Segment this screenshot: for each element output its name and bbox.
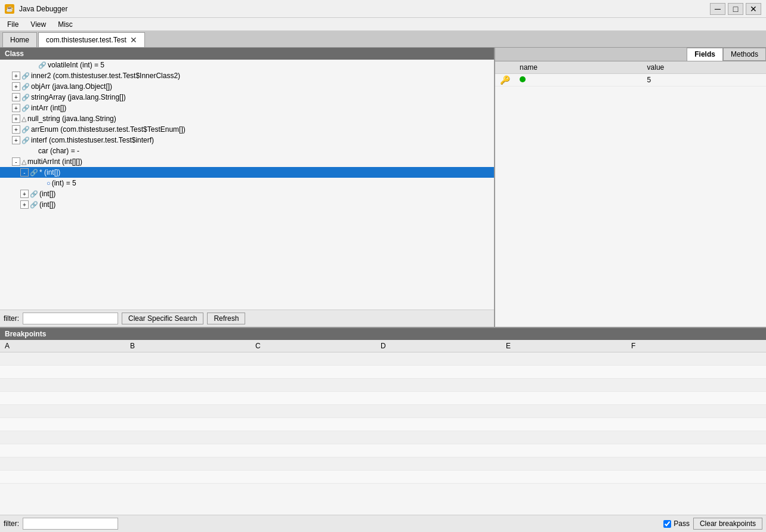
tree-item-selected[interactable]: - 🔗 * (int[]) (0, 167, 494, 178)
expand-icon[interactable]: + (12, 115, 20, 123)
clear-breakpoints-button[interactable]: Clear breakpoints (693, 518, 762, 530)
table-row (0, 457, 766, 471)
tree-item[interactable]: ○ (int) = 5 (0, 178, 494, 188)
tree-item[interactable]: + 🔗 (int[]) (0, 199, 494, 210)
tree-item[interactable]: - △ multiArrInt (int[][]) (0, 156, 494, 167)
bp-filter-label: filter: (4, 519, 19, 528)
tree-container[interactable]: 🔗 volatileInt (int) = 5 + 🔗 inner2 (com.… (0, 60, 494, 310)
tree-item[interactable]: + 🔗 arrEnum (com.thistestuser.test.Test$… (0, 124, 494, 135)
tab-methods[interactable]: Methods (723, 48, 766, 61)
key-icon: 🔑 (500, 75, 510, 85)
table-row (0, 471, 766, 484)
app-icon: ☕ (5, 4, 14, 14)
tree-item[interactable]: + 🔗 intArr (int[]) (0, 103, 494, 113)
pass-label: Pass (674, 519, 690, 528)
fields-panel: Fields Methods name value (495, 48, 766, 327)
tab-bar: Home com.thistestuser.test.Test ✕ (0, 31, 766, 48)
tree-item[interactable]: 🔗 volatileInt (int) = 5 (0, 60, 494, 70)
refresh-button[interactable]: Refresh (207, 313, 245, 324)
breakpoints-header: Breakpoints (0, 328, 766, 340)
expand-icon[interactable]: + (12, 125, 20, 134)
table-row (0, 405, 766, 418)
menu-misc[interactable]: Misc (53, 19, 78, 30)
fields-value-col: value (643, 61, 766, 74)
table-row (0, 431, 766, 444)
col-header-b: B (125, 340, 251, 352)
tree-item[interactable]: car (char) = - (0, 146, 494, 156)
tab-test[interactable]: com.thistestuser.test.Test ✕ (38, 32, 145, 47)
table-row (0, 444, 766, 457)
top-panel: Class 🔗 volatileInt (int) = 5 + 🔗 inner2… (0, 48, 766, 328)
maximize-button[interactable]: □ (728, 3, 743, 15)
expand-icon[interactable]: + (20, 200, 29, 209)
expand-icon[interactable]: - (12, 157, 20, 166)
menu-file[interactable]: File (2, 19, 23, 30)
tree-item[interactable]: + 🔗 (int[]) (0, 188, 494, 199)
tree-item[interactable]: + 🔗 objArr (java.lang.Object[]) (0, 81, 494, 92)
expand-icon[interactable]: + (12, 93, 20, 101)
tab-fields[interactable]: Fields (687, 48, 723, 61)
col-header-a: A (0, 340, 125, 352)
class-panel: Class 🔗 volatileInt (int) = 5 + 🔗 inner2… (0, 48, 495, 327)
fields-table: name value 🔑 5 (495, 61, 766, 327)
window-controls: ─ □ ✕ (710, 3, 761, 15)
pass-checkbox[interactable] (663, 520, 671, 528)
col-header-e: E (501, 340, 626, 352)
fields-icon-col (495, 61, 515, 74)
tab-home[interactable]: Home (2, 32, 37, 47)
tree-item[interactable]: + 🔗 inner2 (com.thistestuser.test.Test$I… (0, 70, 494, 81)
col-header-f: F (626, 340, 766, 352)
fields-name-col: name (515, 61, 643, 74)
breakpoints-table[interactable]: A B C D E F (0, 340, 766, 515)
dot-green-icon (520, 76, 526, 82)
tab-test-label: com.thistestuser.test.Test (46, 36, 126, 44)
bp-filter-input[interactable] (23, 518, 118, 530)
main-content: Class 🔗 volatileInt (int) = 5 + 🔗 inner2… (0, 48, 766, 532)
table-row (0, 366, 766, 379)
menu-view[interactable]: View (26, 19, 51, 30)
filter-label: filter: (4, 314, 19, 323)
tab-close-icon[interactable]: ✕ (130, 36, 137, 44)
expand-icon[interactable]: + (12, 136, 20, 144)
expand-icon[interactable]: - (20, 168, 29, 177)
app-title: Java Debugger (19, 5, 67, 13)
col-header-d: D (376, 340, 501, 352)
expand-icon[interactable]: + (12, 82, 20, 91)
class-filter-bar: filter: Clear Specific Search Refresh (0, 310, 494, 327)
close-button[interactable]: ✕ (746, 3, 761, 15)
tree-item[interactable]: + 🔗 interf (com.thistestuser.test.Test$i… (0, 135, 494, 146)
field-value: 5 (643, 74, 766, 86)
expand-icon[interactable]: + (12, 104, 20, 112)
class-panel-header: Class (0, 48, 494, 60)
table-row (0, 379, 766, 392)
tree-item[interactable]: + 🔗 stringArray (java.lang.String[]) (0, 92, 494, 103)
table-row (0, 392, 766, 405)
tree-item[interactable]: + △ null_string (java.lang.String) (0, 113, 494, 124)
class-filter-input[interactable] (23, 313, 118, 324)
title-bar: ☕ Java Debugger ─ □ ✕ (0, 0, 766, 18)
table-row: 🔑 5 (495, 74, 766, 86)
table-row (0, 352, 766, 366)
tab-home-label: Home (10, 36, 29, 44)
fields-tabs: Fields Methods (495, 48, 766, 61)
expand-icon[interactable]: + (12, 72, 20, 80)
clear-search-button[interactable]: Clear Specific Search (122, 313, 203, 324)
minimize-button[interactable]: ─ (710, 3, 725, 15)
menu-bar: File View Misc (0, 18, 766, 31)
expand-icon[interactable]: + (20, 190, 29, 198)
table-row (0, 418, 766, 431)
col-header-c: C (251, 340, 376, 352)
breakpoints-footer: filter: Pass Clear breakpoints (0, 515, 766, 532)
pass-checkbox-label[interactable]: Pass (663, 519, 690, 528)
breakpoints-panel: Breakpoints A B C D E F filter: (0, 328, 766, 532)
